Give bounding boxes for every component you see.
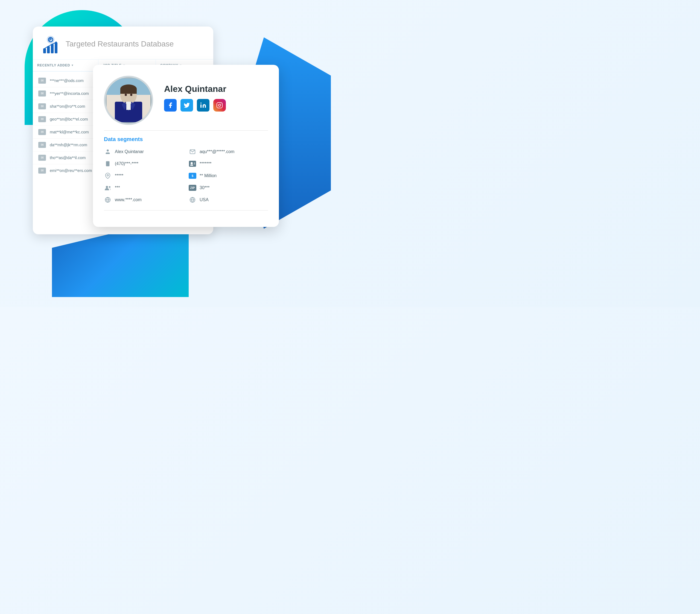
svg-rect-36 [194, 164, 195, 164]
svg-rect-30 [106, 161, 110, 166]
col-recently-added[interactable]: RECENTLY ADDED ▾ [33, 60, 98, 71]
svg-rect-34 [190, 165, 193, 166]
svg-point-37 [107, 174, 109, 176]
zip-icon: ZIP [189, 185, 196, 191]
mail-icon: ✉ [38, 129, 46, 135]
avatar [104, 76, 153, 125]
mail-icon: ✉ [38, 167, 46, 174]
mail-icon: ✉ [38, 90, 46, 97]
svg-point-22 [125, 94, 127, 96]
svg-point-23 [130, 94, 132, 96]
avatar-image [107, 78, 150, 122]
profile-top-section: Alex Quintanar [104, 76, 268, 125]
email-value: tho**as@da**il.com [50, 155, 86, 160]
svg-rect-7 [51, 44, 53, 53]
svg-rect-8 [55, 42, 58, 53]
divider-top [104, 130, 268, 131]
email-value: da**mh@jk**rm.com [50, 142, 87, 147]
data-segments-title: Data segments [104, 136, 268, 142]
svg-point-9 [55, 41, 57, 43]
svg-point-39 [109, 186, 111, 188]
data-item-country: USA [189, 196, 268, 204]
svg-rect-35 [194, 163, 195, 163]
data-item-team-size: *** [104, 184, 183, 192]
svg-rect-5 [43, 48, 46, 53]
data-item-location: ***** [104, 172, 183, 179]
data-item-revenue: $ ** Million [189, 172, 268, 179]
data-item-email: aqu***@*****.com [189, 148, 268, 155]
svg-rect-6 [47, 46, 50, 53]
data-item-phone: (470)***-**** [104, 160, 183, 167]
location-icon [104, 172, 112, 179]
person-icon [104, 148, 112, 155]
mail-icon: ✉ [38, 116, 46, 122]
svg-point-25 [200, 102, 201, 104]
mail-icon: ✉ [38, 155, 46, 161]
data-segments-grid: Alex Quintanar aqu***@*****.com (470)***… [104, 148, 268, 204]
phone-icon [104, 160, 112, 167]
app-logo-icon: $ [41, 35, 60, 54]
email-value: mat**kl@me**kc.com [50, 129, 89, 134]
globe-icon [189, 196, 196, 204]
email-icon [189, 148, 196, 155]
dollar-icon: $ [189, 173, 196, 179]
mail-icon: ✉ [38, 103, 46, 109]
svg-text:$: $ [49, 38, 51, 41]
instagram-icon[interactable] [213, 99, 226, 112]
data-item-id: ******* [189, 160, 268, 167]
svg-point-28 [107, 149, 109, 151]
app-title: Targeted Restaurants Database [66, 39, 174, 49]
svg-rect-26 [217, 102, 222, 108]
email-value: ***yer**@incorta.com [50, 91, 89, 96]
email-value: emi**on@reu**ers.com [50, 168, 92, 173]
web-icon [104, 196, 112, 204]
email-value: geo**sn@bc**el.com [50, 117, 88, 121]
id-icon [189, 160, 196, 167]
svg-point-33 [191, 162, 193, 164]
data-item-zip: ZIP 30*** [189, 184, 268, 192]
data-item-name: Alex Quintanar [104, 148, 183, 155]
group-icon [104, 184, 112, 192]
twitter-icon[interactable] [180, 99, 193, 112]
svg-rect-18 [120, 89, 137, 94]
email-value: ***ne***@ods.com [50, 78, 84, 83]
email-value: sha**on@ro**t.com [50, 104, 85, 109]
svg-rect-21 [126, 102, 131, 110]
mail-icon: ✉ [38, 142, 46, 148]
mail-icon: ✉ [38, 78, 46, 84]
chevron-recently-added-icon: ▾ [72, 64, 73, 67]
profile-name: Alex Quintanar [164, 84, 268, 94]
profile-name-section: Alex Quintanar [164, 76, 268, 112]
svg-point-38 [106, 186, 108, 188]
facebook-icon[interactable] [164, 99, 177, 112]
linkedin-icon[interactable] [197, 99, 210, 112]
profile-card: Alex Quintanar Data [93, 65, 279, 227]
data-item-website: www.****.com [104, 196, 183, 204]
divider-bottom [104, 210, 268, 211]
card-header: $ Targeted Restaurants Database [33, 26, 213, 60]
social-icons-row [164, 99, 268, 112]
